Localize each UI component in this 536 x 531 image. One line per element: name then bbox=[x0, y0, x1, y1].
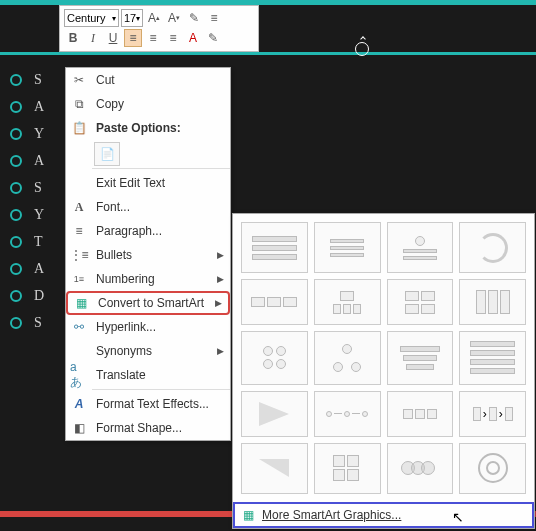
smartart-option[interactable] bbox=[387, 391, 454, 436]
menu-label: Copy bbox=[96, 97, 224, 111]
menu-font[interactable]: A Font... bbox=[66, 195, 230, 219]
menu-copy[interactable]: ⧉ Copy bbox=[66, 92, 230, 116]
smartart-option[interactable] bbox=[314, 222, 381, 273]
smartart-flyout: ›› ▦ More SmartArt Graphics... ↖ bbox=[232, 213, 535, 529]
smartart-option[interactable] bbox=[459, 222, 526, 273]
smartart-option[interactable] bbox=[241, 391, 308, 436]
font-color-button[interactable]: A bbox=[184, 29, 202, 47]
menu-label: Cut bbox=[96, 73, 224, 87]
scissors-icon: ✂ bbox=[70, 71, 88, 89]
more-smartart-button[interactable]: ▦ More SmartArt Graphics... ↖ bbox=[233, 502, 534, 528]
hyperlink-icon: ⚯ bbox=[70, 318, 88, 336]
menu-label: Font... bbox=[96, 200, 224, 214]
menu-numbering[interactable]: 1≡ Numbering ▶ bbox=[66, 267, 230, 291]
menu-paragraph[interactable]: ≡ Paragraph... bbox=[66, 219, 230, 243]
smartart-option[interactable] bbox=[387, 222, 454, 273]
menu-label: Numbering bbox=[96, 272, 209, 286]
align-center-button[interactable]: ≡ bbox=[144, 29, 162, 47]
menu-format-text[interactable]: A Format Text Effects... bbox=[66, 392, 230, 416]
translate-icon: aあ bbox=[70, 366, 88, 384]
underline-button[interactable]: U bbox=[104, 29, 122, 47]
bold-button[interactable]: B bbox=[64, 29, 82, 47]
smartart-option[interactable] bbox=[387, 279, 454, 324]
submenu-arrow-icon: ▶ bbox=[217, 346, 224, 356]
smartart-option[interactable] bbox=[314, 443, 381, 494]
menu-label: Paragraph... bbox=[96, 224, 224, 238]
highlight-button[interactable]: ✎ bbox=[204, 29, 222, 47]
submenu-arrow-icon: ▶ bbox=[217, 250, 224, 260]
numbering-icon: 1≡ bbox=[70, 270, 88, 288]
font-size-select[interactable]: 17▾ bbox=[121, 9, 143, 27]
smartart-option[interactable] bbox=[241, 443, 308, 494]
submenu-arrow-icon: ▶ bbox=[217, 274, 224, 284]
font-icon: A bbox=[70, 198, 88, 216]
menu-synonyms[interactable]: Synonyms ▶ bbox=[66, 339, 230, 363]
rotate-handle-icon[interactable] bbox=[355, 42, 369, 56]
smartart-option[interactable] bbox=[314, 391, 381, 436]
more-smartart-label: More SmartArt Graphics... bbox=[262, 508, 401, 522]
list-icon[interactable]: ≡ bbox=[205, 9, 223, 27]
smartart-option[interactable] bbox=[241, 331, 308, 385]
menu-label: Translate bbox=[96, 368, 224, 382]
smartart-option[interactable] bbox=[314, 331, 381, 385]
format-shape-icon: ◧ bbox=[70, 419, 88, 437]
mini-toolbar: Century▾ 17▾ A▴ A▾ ✎ ≡ B I U ≡ ≡ ≡ A ✎ bbox=[59, 5, 259, 52]
menu-hyperlink[interactable]: ⚯ Hyperlink... bbox=[66, 315, 230, 339]
decrease-font-icon[interactable]: A▾ bbox=[165, 9, 183, 27]
smartart-option[interactable] bbox=[241, 222, 308, 273]
italic-button[interactable]: I bbox=[84, 29, 102, 47]
menu-exit-edit[interactable]: Exit Edit Text bbox=[66, 171, 230, 195]
menu-bullets[interactable]: ⋮≡ Bullets ▶ bbox=[66, 243, 230, 267]
submenu-arrow-icon: ▶ bbox=[215, 298, 222, 308]
smartart-icon: ▦ bbox=[72, 294, 90, 312]
cursor-icon: ↖ bbox=[452, 509, 464, 525]
menu-label: Format Shape... bbox=[96, 421, 224, 435]
smartart-option[interactable] bbox=[241, 279, 308, 324]
align-right-button[interactable]: ≡ bbox=[164, 29, 182, 47]
menu-cut[interactable]: ✂ Cut bbox=[66, 68, 230, 92]
align-left-button[interactable]: ≡ bbox=[124, 29, 142, 47]
smartart-option[interactable]: ›› bbox=[459, 391, 526, 436]
paste-keep-icon: 📄 bbox=[100, 147, 115, 161]
menu-label: Paste Options: bbox=[96, 121, 224, 135]
menu-label: Format Text Effects... bbox=[96, 397, 224, 411]
smartart-option[interactable] bbox=[459, 279, 526, 324]
paragraph-icon: ≡ bbox=[70, 222, 88, 240]
format-painter-icon[interactable]: ✎ bbox=[185, 9, 203, 27]
smartart-option[interactable] bbox=[387, 331, 454, 385]
menu-label: Convert to SmartArt bbox=[98, 296, 207, 310]
smartart-icon: ▦ bbox=[243, 508, 254, 522]
smartart-option[interactable] bbox=[459, 331, 526, 385]
menu-label: Exit Edit Text bbox=[96, 176, 224, 190]
smartart-option[interactable] bbox=[459, 443, 526, 494]
menu-label: Synonyms bbox=[96, 344, 209, 358]
menu-label: Hyperlink... bbox=[96, 320, 224, 334]
menu-paste-options: 📋 Paste Options: bbox=[66, 116, 230, 140]
text-effects-icon: A bbox=[70, 395, 88, 413]
menu-convert-smartart[interactable]: ▦ Convert to SmartArt ▶ bbox=[66, 291, 230, 315]
copy-icon: ⧉ bbox=[70, 95, 88, 113]
smartart-option[interactable] bbox=[387, 443, 454, 494]
font-family-select[interactable]: Century▾ bbox=[64, 9, 119, 27]
increase-font-icon[interactable]: A▴ bbox=[145, 9, 163, 27]
menu-format-shape[interactable]: ◧ Format Shape... bbox=[66, 416, 230, 440]
context-menu: ✂ Cut ⧉ Copy 📋 Paste Options: 📄 Exit Edi… bbox=[65, 67, 231, 441]
bullets-icon: ⋮≡ bbox=[70, 246, 88, 264]
smartart-option[interactable] bbox=[314, 279, 381, 324]
paste-option-button[interactable]: 📄 bbox=[94, 142, 120, 166]
slide-text-area: S A Y A S Y T A D S bbox=[10, 66, 68, 336]
menu-label: Bullets bbox=[96, 248, 209, 262]
menu-translate[interactable]: aあ Translate bbox=[66, 363, 230, 387]
clipboard-icon: 📋 bbox=[70, 119, 88, 137]
